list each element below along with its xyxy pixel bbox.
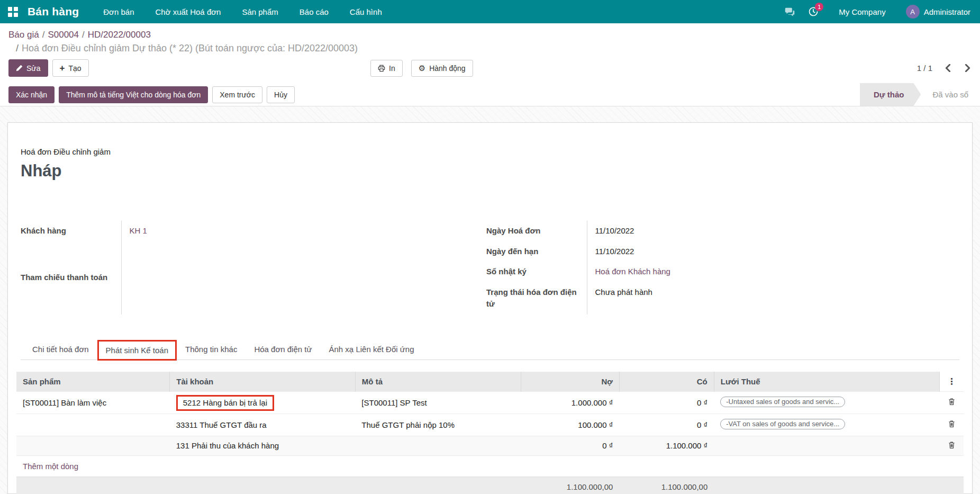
tab-einvoice[interactable]: Hóa đơn điện tử: [246, 339, 320, 360]
avatar: A: [906, 5, 920, 19]
chevron-left-icon: [945, 64, 951, 72]
menu-item-reports[interactable]: Báo cáo: [289, 0, 339, 23]
main-menu: Đơn bán Chờ xuất Hoá đơn Sản phẩm Báo cá…: [93, 0, 392, 23]
cell-tax-grid: [714, 436, 939, 455]
cell-credit[interactable]: 0 ₫: [619, 414, 714, 436]
field-group-right: Ngày Hoá đơn 11/10/2022 Ngày đến hạn 11/…: [486, 221, 814, 315]
breadcrumb-current: Hoá đơn Điều chỉnh giảm Dự thảo (* 22) (…: [22, 43, 358, 53]
totals-row: 1.100.000,00 1.100.000,00: [16, 477, 964, 494]
tab-journal-items[interactable]: Phát sinh Kế toán: [97, 340, 177, 361]
cell-credit[interactable]: 1.100.000 ₫: [619, 436, 714, 455]
annotation-highlight-account: 5212 Hàng bán bị trả lại: [176, 395, 274, 411]
header-debit[interactable]: Nợ: [521, 372, 619, 392]
menu-item-orders[interactable]: Đơn bán: [93, 0, 144, 23]
table-header-row: Sản phẩm Tài khoản Mô tả Nợ Có Lưới Thuế…: [16, 372, 964, 392]
cell-product[interactable]: [16, 414, 170, 436]
breadcrumb-link-quotation[interactable]: Báo giá: [8, 30, 39, 40]
header-tax-grid[interactable]: Lưới Thuế: [714, 372, 939, 392]
cell-debit[interactable]: 1.000.000 ₫: [521, 391, 619, 414]
cell-product[interactable]: [16, 436, 170, 455]
control-panel: Sửa + Tạo In ⚙ Hành động 1 / 1: [0, 56, 980, 83]
user-name: Administrator: [924, 7, 970, 16]
cell-description[interactable]: [355, 436, 521, 455]
cell-debit[interactable]: 100.000 ₫: [521, 414, 619, 436]
delete-row-button[interactable]: [948, 441, 956, 449]
document-title: Nháp: [21, 161, 959, 181]
optional-columns-icon[interactable]: ⋮: [947, 377, 956, 386]
cell-credit[interactable]: 0 ₫: [619, 391, 714, 414]
journal-label: Sổ nhật ký: [486, 262, 587, 282]
tab-counterpart-mapping[interactable]: Ánh xạ Liên kết Đối ứng: [321, 339, 423, 360]
journal-value[interactable]: Hoá đơn Khách hàng: [595, 267, 670, 276]
cancel-button[interactable]: Hủy: [267, 86, 295, 103]
screen: Bán hàng Đơn bán Chờ xuất Hoá đơn Sản ph…: [0, 0, 980, 494]
header-credit[interactable]: Có: [619, 372, 714, 392]
tab-invoice-lines[interactable]: Chi tiết hoá đơn: [24, 339, 97, 360]
breadcrumb-link-invoice[interactable]: HD/2022/00003: [88, 30, 151, 40]
header-description[interactable]: Mô tả: [355, 372, 521, 392]
main-area: Hoá đơn Điều chỉnh giảm Nháp Khách hàng …: [0, 106, 980, 494]
create-button[interactable]: + Tạo: [52, 59, 89, 77]
company-switcher[interactable]: My Company: [831, 7, 893, 16]
state-posted[interactable]: Đã vào sổ: [921, 83, 980, 106]
action-button[interactable]: ⚙ Hành động: [411, 60, 473, 77]
cell-debit[interactable]: 0 ₫: [521, 436, 619, 455]
header-account[interactable]: Tài khoản: [170, 372, 356, 392]
preview-button[interactable]: Xem trước: [212, 86, 262, 103]
activities-button[interactable]: 1: [808, 6, 819, 17]
app-name[interactable]: Bán hàng: [28, 5, 79, 18]
tax-grid-tag[interactable]: -VAT on sales of goods and service...: [720, 419, 845, 429]
tax-grid-tag[interactable]: -Untaxed sales of goods and servic...: [720, 397, 845, 407]
cell-description[interactable]: Thuế GTGT phải nộp 10%: [355, 414, 521, 436]
einvoice-status-value: Chưa phát hành: [587, 282, 814, 315]
due-date-value[interactable]: 11/10/2022: [587, 241, 814, 262]
cell-description[interactable]: [ST00011] SP Test: [355, 391, 521, 414]
header-product[interactable]: Sản phẩm: [16, 372, 170, 392]
apps-grid-icon: [8, 7, 18, 17]
pager: 1 / 1: [917, 64, 970, 73]
table-row[interactable]: 131 Phải thu của khách hàng 0 ₫ 1.100.00…: [16, 436, 964, 455]
chevron-right-icon: [965, 64, 970, 72]
cell-account[interactable]: 131 Phải thu của khách hàng: [170, 436, 356, 455]
pager-previous-button[interactable]: [945, 64, 951, 72]
user-menu[interactable]: A Administrator: [906, 5, 970, 19]
table-row[interactable]: 33311 Thuế GTGT đầu ra Thuế GTGT phải nộ…: [16, 414, 964, 436]
trash-icon: [948, 420, 956, 428]
cell-account[interactable]: 5212 Hàng bán bị trả lại: [183, 398, 267, 407]
chat-icon: [784, 6, 795, 17]
journal-items-table: Sản phẩm Tài khoản Mô tả Nợ Có Lưới Thuế…: [16, 372, 964, 494]
print-button[interactable]: In: [370, 60, 403, 77]
confirm-button[interactable]: Xác nhận: [8, 86, 55, 103]
state-widget: Dự thảo Đã vào sổ: [860, 83, 980, 106]
einvoice-status-label: Trạng thái hóa đơn điện tử: [486, 282, 587, 315]
payment-reference-value[interactable]: [121, 267, 486, 314]
menu-item-products[interactable]: Sản phẩm: [231, 0, 288, 23]
messages-button[interactable]: [784, 6, 795, 17]
menu-item-settings[interactable]: Cấu hình: [339, 0, 393, 23]
cell-product[interactable]: [ST00011] Bàn làm việc: [16, 391, 170, 414]
breadcrumb-link-order[interactable]: S00004: [48, 30, 79, 40]
gear-icon: ⚙: [419, 64, 425, 72]
menu-item-pending-invoices[interactable]: Chờ xuất Hoá đơn: [145, 0, 232, 23]
add-vietnamese-description-button[interactable]: Thêm mô tả tiếng Việt cho dòng hóa đơn: [59, 86, 208, 103]
edit-button[interactable]: Sửa: [8, 59, 48, 77]
table-row[interactable]: [ST00011] Bàn làm việc 5212 Hàng bán bị …: [16, 391, 964, 414]
plus-icon: +: [60, 64, 65, 73]
delete-row-button[interactable]: [948, 398, 956, 406]
tab-other-info[interactable]: Thông tin khác: [177, 339, 246, 360]
delete-row-button[interactable]: [948, 420, 956, 428]
printer-icon: [378, 65, 385, 72]
invoice-date-value[interactable]: 11/10/2022: [587, 221, 814, 241]
document-type-label: Hoá đơn Điều chỉnh giảm: [21, 147, 959, 156]
cell-account[interactable]: 33311 Thuế GTGT đầu ra: [170, 414, 356, 436]
invoice-date-label: Ngày Hoá đơn: [486, 221, 587, 241]
customer-value[interactable]: KH 1: [130, 226, 147, 235]
pager-next-button[interactable]: [965, 64, 970, 72]
due-date-label: Ngày đến hạn: [486, 241, 587, 262]
add-line-link[interactable]: Thêm một dòng: [23, 462, 78, 471]
state-draft[interactable]: Dự thảo: [860, 83, 921, 106]
breadcrumb-separator: /: [39, 30, 48, 40]
apps-menu-button[interactable]: [0, 0, 25, 23]
trash-icon: [948, 398, 956, 406]
breadcrumb-separator: /: [13, 43, 22, 53]
